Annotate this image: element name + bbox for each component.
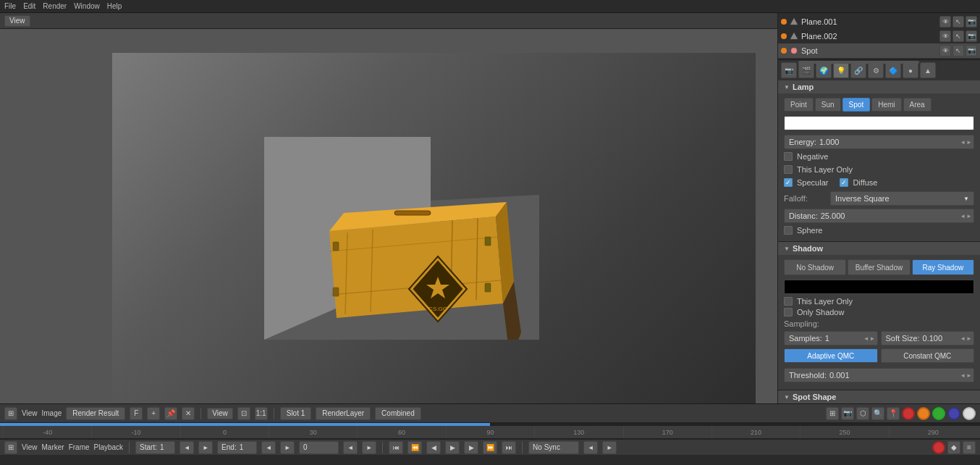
blue-circle-btn[interactable] [947, 407, 960, 420]
menu-item-window[interactable]: Window [74, 2, 100, 10]
start-inc-btn[interactable]: ► [198, 441, 213, 454]
falloff-dropdown[interactable]: Inverse Square ▼ [830, 191, 974, 206]
zoom-icon[interactable]: 🔍 [871, 407, 884, 420]
diffuse-checkbox[interactable] [840, 178, 848, 187]
only-shadow-checkbox[interactable] [784, 308, 793, 317]
visibility-btn-spot[interactable]: 👁 [939, 45, 951, 56]
keyframe-icon[interactable]: ◆ [947, 441, 960, 454]
prop-tab-particles[interactable]: ⚙ [868, 62, 884, 78]
prop-tab-data[interactable]: ▲ [920, 62, 936, 78]
prop-tab-material[interactable]: ● [903, 62, 918, 78]
record-btn[interactable] [932, 441, 945, 454]
lamp-tab-hemi[interactable]: Hemi [871, 98, 901, 112]
image-editor-image-menu[interactable]: Image [42, 409, 62, 417]
cursor-btn-plane001[interactable]: ↖ [952, 16, 964, 28]
zoom-fit-btn[interactable]: ⊡ [237, 407, 250, 420]
layers-icon[interactable]: ⬡ [856, 407, 869, 420]
view-btn[interactable]: View [207, 408, 233, 419]
pin-icon[interactable]: 📍 [887, 407, 900, 420]
samples-field[interactable]: Samples: 1 ◄► [784, 331, 878, 345]
no-shadow-btn[interactable]: No Shadow [784, 259, 846, 275]
end-inc-btn[interactable]: ► [280, 441, 295, 454]
timeline-frame-menu[interactable]: Frame [69, 443, 90, 451]
outliner-row-plane001[interactable]: Plane.001 👁 ↖ 📷 [778, 14, 980, 29]
outliner-row-plane002[interactable]: Plane.002 👁 ↖ 📷 [778, 29, 980, 43]
f-label-btn[interactable]: F [130, 407, 143, 420]
cursor-btn-plane002[interactable]: ↖ [952, 30, 964, 42]
current-frame-field[interactable]: 0 [299, 441, 339, 454]
next-frame-btn[interactable]: ▶ [464, 441, 478, 454]
shadow-color-picker[interactable] [784, 280, 974, 294]
sync-field[interactable]: No Sync [528, 441, 579, 454]
prop-tab-constraints[interactable]: 🔗 [850, 62, 866, 78]
spot-shape-section-header[interactable]: ▼ Spot Shape [778, 390, 980, 403]
lamp-tab-point[interactable]: Point [784, 98, 814, 112]
render-layer-btn[interactable]: RenderLayer [316, 407, 371, 420]
image-editor-view-menu[interactable]: View [22, 409, 38, 417]
lamp-tab-area[interactable]: Area [903, 98, 932, 112]
lamp-color-picker[interactable] [784, 116, 974, 130]
prop-tab-object[interactable]: 💡 [833, 62, 849, 78]
timeline-marker-menu[interactable]: Marker [42, 443, 64, 451]
visibility-btn-plane002[interactable]: 👁 [939, 30, 951, 42]
menu-item-help[interactable]: Help [107, 2, 122, 10]
white-circle-btn[interactable] [963, 407, 976, 420]
distance-field[interactable]: Distanc: 25.000 ◄► [784, 209, 974, 223]
render-btn-spot[interactable]: 📷 [966, 45, 977, 56]
prop-tab-scene[interactable]: 🎬 [798, 62, 814, 78]
combined-btn[interactable]: Combined [375, 407, 421, 420]
render-btn-plane001[interactable]: 📷 [966, 16, 977, 28]
lamp-tab-spot[interactable]: Spot [842, 98, 871, 112]
prev-frame-btn[interactable]: ◀ [426, 441, 441, 454]
menu-item-render[interactable]: Render [43, 2, 67, 10]
zoom-1to1-btn[interactable]: 1:1 [255, 407, 268, 420]
lamp-tab-sun[interactable]: Sun [815, 98, 841, 112]
menu-item-edit[interactable]: Edit [23, 2, 35, 10]
nla-icon[interactable]: ≡ [963, 441, 976, 454]
shadow-section-header[interactable]: ▼ Shadow [778, 242, 980, 255]
green-circle-btn[interactable] [932, 407, 945, 420]
pin-btn[interactable]: 📌 [164, 407, 177, 420]
end-field[interactable]: End: 1 [217, 441, 257, 454]
viewport[interactable]: View [0, 13, 777, 403]
start-field[interactable]: Start: 1 [135, 441, 175, 454]
play-btn[interactable]: ▶ [445, 441, 460, 454]
start-dec-btn[interactable]: ◄ [179, 441, 194, 454]
viewport-view-menu[interactable]: View [4, 15, 30, 27]
cursor-btn-spot[interactable]: ↖ [952, 45, 964, 56]
specular-checkbox[interactable] [784, 178, 793, 187]
prop-tab-world[interactable]: 🌍 [816, 62, 832, 78]
ray-shadow-btn[interactable]: Ray Shadow [912, 259, 974, 275]
end-dec-btn[interactable]: ◄ [261, 441, 276, 454]
this-layer-only-checkbox[interactable] [784, 165, 793, 174]
prop-tab-render[interactable]: 📷 [781, 62, 797, 78]
orange-circle-btn[interactable] [917, 407, 930, 420]
delete-btn[interactable]: ✕ [182, 407, 195, 420]
lamp-section-header[interactable]: ▼ Lamp [778, 80, 980, 93]
menu-item-file[interactable]: File [4, 2, 16, 10]
timeline-view-menu[interactable]: View [22, 443, 38, 451]
soft-size-field[interactable]: Soft Size: 0.100 ◄► [881, 331, 975, 345]
sync-inc-btn[interactable]: ► [602, 441, 617, 454]
render-btn-plane002[interactable]: 📷 [966, 30, 977, 42]
red-circle-btn[interactable] [902, 407, 915, 420]
image-editor-mode-icon[interactable]: ⊞ [4, 407, 17, 420]
frame-dec-btn[interactable]: ◄ [343, 441, 358, 454]
adaptive-qmc-btn[interactable]: Adaptive QMC [784, 348, 878, 363]
timeline-playback-menu[interactable]: Playback [94, 443, 124, 451]
jump-start-btn[interactable]: ⏮ [389, 441, 403, 454]
sync-dec-btn[interactable]: ◄ [583, 441, 598, 454]
timeline-mode-icon[interactable]: ⊞ [4, 441, 17, 454]
constant-qmc-btn[interactable]: Constant QMC [881, 348, 975, 363]
negative-checkbox[interactable] [784, 152, 793, 161]
jump-end-btn[interactable]: ⏭ [502, 441, 516, 454]
slot-btn[interactable]: Slot 1 [280, 407, 312, 420]
add-render-btn[interactable]: + [147, 407, 160, 420]
prop-tab-physics[interactable]: 🔷 [885, 62, 901, 78]
outliner-row-spot[interactable]: Spot 👁 ↖ 📷 [778, 43, 980, 58]
render-icon[interactable]: 📷 [841, 407, 854, 420]
frame-inc-btn[interactable]: ► [362, 441, 376, 454]
energy-field[interactable]: Energy: 1.000 ◄► [784, 135, 974, 149]
buffer-shadow-btn[interactable]: Buffer Shadow [848, 259, 910, 275]
visibility-btn-plane001[interactable]: 👁 [939, 16, 951, 28]
